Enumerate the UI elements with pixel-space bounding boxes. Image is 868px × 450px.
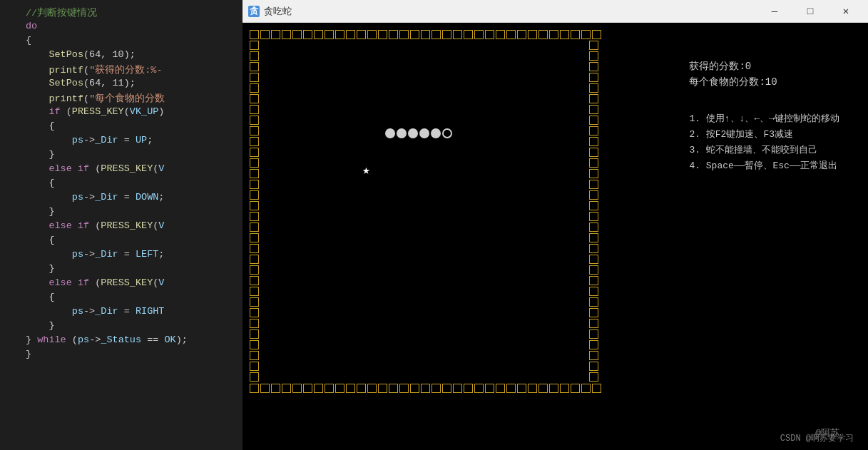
border-cell	[549, 384, 558, 393]
border-cell	[250, 180, 259, 189]
code-line: {	[0, 34, 242, 48]
border-cell	[250, 51, 259, 61]
border-cell	[250, 169, 259, 178]
snake-head	[442, 128, 452, 138]
code-line: else if (PRESS_KEY(V	[0, 163, 242, 177]
border-cell	[250, 126, 259, 135]
border-cell	[389, 384, 398, 393]
code-line: ps->_Dir = RIGHT	[0, 305, 242, 319]
border-cell	[250, 62, 259, 71]
border-cell	[367, 384, 377, 393]
instruction-4: 4. Space——暂停、Esc——正常退出	[689, 158, 839, 174]
score-label: 获得的分数:0	[689, 58, 839, 74]
border-cell	[399, 30, 409, 39]
border-cell	[453, 30, 462, 39]
code-line: SetPos(64, 10);	[0, 48, 242, 63]
game-canvas: ★ 获得的分数:0 每个食物的分数:10 1. 使用↑、↓、←、→键控制蛇的移动…	[242, 23, 868, 450]
border-cell	[592, 30, 601, 39]
border-cell	[250, 73, 259, 82]
code-line: if (PRESS_KEY(VK_UP)	[0, 106, 242, 120]
border-cell	[442, 384, 451, 393]
border-cell	[506, 384, 516, 393]
code-line: do	[0, 20, 242, 34]
border-cell	[549, 30, 558, 39]
border-cell	[325, 30, 334, 39]
code-line: printf("获得的分数:%-	[0, 63, 242, 77]
border-cell	[260, 30, 270, 39]
border-cell	[589, 351, 598, 360]
border-cell	[589, 169, 598, 178]
border-cell	[589, 308, 598, 317]
instruction-3: 3. 蛇不能撞墙、不能咬到自己	[689, 143, 839, 158]
code-line: else if (PRESS_KEY(V	[0, 277, 242, 291]
snake-segment	[397, 128, 407, 138]
border-cell	[250, 319, 259, 328]
border-cell	[560, 30, 569, 39]
border-cell	[271, 30, 280, 39]
border-cell	[250, 137, 259, 146]
border-cell	[589, 190, 598, 200]
border-cell	[571, 30, 580, 39]
border-cell	[589, 340, 598, 349]
border-cell	[496, 384, 505, 393]
border-cell	[335, 30, 344, 39]
border-cell	[282, 30, 291, 39]
border-cell	[453, 384, 462, 393]
border-cell	[250, 340, 259, 349]
border-cell	[589, 148, 598, 157]
code-line: }	[0, 205, 242, 220]
border-cell	[589, 158, 598, 168]
border-cell	[421, 30, 430, 39]
code-panel: //判断按键情况 do { SetPos(64, 10); printf("获得…	[0, 0, 242, 450]
border-cell	[528, 384, 537, 393]
border-cell	[250, 201, 259, 210]
code-line: printf("每个食物的分数	[0, 91, 242, 106]
border-cell	[560, 384, 569, 393]
border-cell	[346, 384, 355, 393]
code-line: }	[0, 348, 242, 362]
border-cell	[410, 384, 419, 393]
border-cell	[250, 255, 259, 264]
border-cell	[250, 308, 259, 317]
snake-body	[385, 128, 452, 138]
border-cell	[250, 372, 259, 382]
border-cell	[410, 30, 419, 39]
border-cell	[421, 384, 430, 393]
border-cell	[581, 30, 591, 39]
border-cell	[589, 83, 598, 93]
border-cell	[367, 30, 377, 39]
border-cell	[250, 212, 259, 221]
border-cell	[589, 329, 598, 339]
snake-segment	[385, 128, 395, 138]
code-line: }	[0, 319, 242, 334]
border-cell	[399, 384, 409, 393]
border-cell	[250, 30, 259, 39]
border-cell	[589, 244, 598, 253]
close-button[interactable]: ✕	[829, 0, 862, 23]
border-cell	[250, 244, 259, 253]
code-line: //判断按键情况	[0, 6, 242, 20]
border-cell	[589, 51, 598, 61]
border-cell	[314, 30, 323, 39]
border-cell	[589, 276, 598, 285]
info-panel: 获得的分数:0 每个食物的分数:10 1. 使用↑、↓、←、→键控制蛇的移动 2…	[689, 58, 839, 174]
border-cell	[442, 30, 451, 39]
border-cell	[589, 137, 598, 146]
maximize-button[interactable]: □	[794, 0, 827, 23]
code-line: else if (PRESS_KEY(V	[0, 220, 242, 234]
code-line: {	[0, 234, 242, 248]
score-info: 获得的分数:0 每个食物的分数:10	[689, 58, 839, 90]
code-line-while: } while (ps->_Status == OK);	[0, 334, 242, 348]
snake-segment	[408, 128, 418, 138]
code-line: SetPos(64, 11);	[0, 77, 242, 91]
food-item: ★	[362, 162, 370, 178]
csdn-footer: CSDN @啊苏要学习	[780, 432, 854, 444]
border-cell	[250, 362, 259, 371]
border-cell	[250, 190, 259, 200]
window-controls: — □ ✕	[758, 0, 862, 23]
minimize-button[interactable]: —	[758, 0, 791, 23]
code-line: }	[0, 262, 242, 277]
border-cell	[464, 384, 473, 393]
border-cell	[250, 116, 259, 125]
border-cell	[589, 372, 598, 382]
